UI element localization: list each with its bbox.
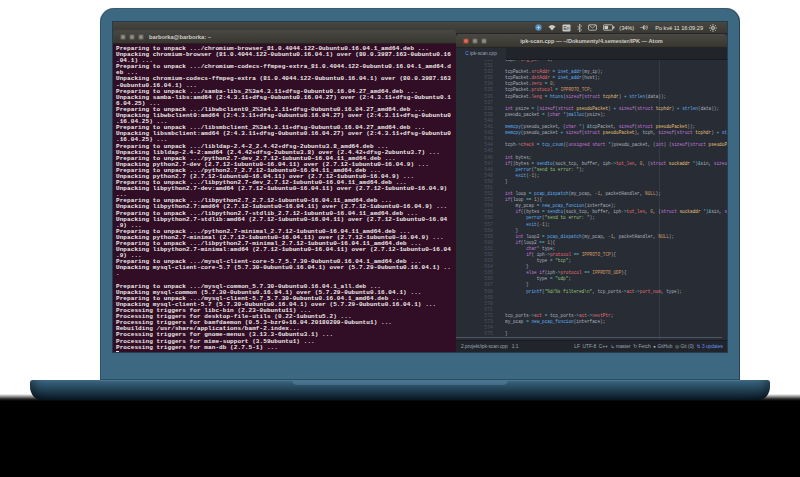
- svg-text:En: En: [564, 24, 570, 30]
